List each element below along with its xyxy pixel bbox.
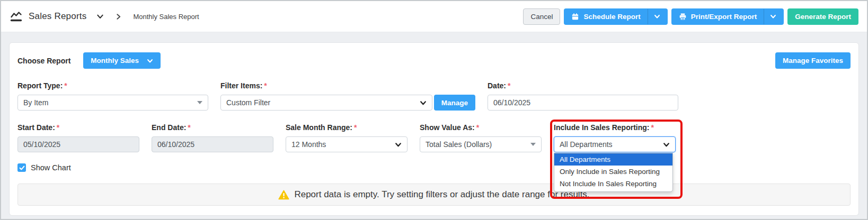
filter-items-label: Filter Items:*	[220, 81, 475, 90]
chevron-down-icon	[395, 141, 402, 148]
report-breadcrumb: Sales Reports Monthly Sales Report	[10, 11, 199, 22]
header-actions: Cancel Schedule Report	[523, 8, 858, 25]
report-type-label: Report Type:*	[17, 81, 208, 90]
show-value-as-field: Show Value As:* Total Sales (Dollars)	[420, 123, 542, 152]
sale-month-range-label: Sale Month Range:*	[286, 123, 408, 132]
chart-line-icon	[10, 11, 23, 22]
end-date-field: End Date:* 06/10/2025	[152, 123, 273, 152]
print-export-dropdown-toggle[interactable]	[764, 9, 776, 24]
show-chart-row: Show Chart	[17, 163, 851, 172]
warning-icon	[278, 190, 289, 200]
sale-month-range-select[interactable]: 12 Months	[286, 136, 408, 152]
triangle-down-icon	[197, 101, 202, 104]
show-value-as-select[interactable]: Total Sales (Dollars)	[420, 136, 542, 152]
report-type-field: Report Type:* By Item	[17, 81, 208, 111]
fields-row-2: Start Date:* 05/10/2025 End Date:* 06/10…	[17, 123, 851, 152]
calendar-icon	[571, 13, 579, 21]
page: Sales Reports Monthly Sales Report Cance…	[0, 0, 868, 220]
show-value-as-value: Total Sales (Dollars)	[426, 140, 530, 149]
check-icon	[19, 165, 25, 171]
report-type-select[interactable]: By Item	[17, 95, 208, 111]
empty-report-alert: Report data is empty. Try setting filter…	[17, 184, 851, 206]
report-picker-value: Monthly Sales	[91, 57, 139, 65]
content-area: Choose Report Monthly Sales Manage Favor…	[1, 32, 867, 219]
option-all-departments[interactable]: All Departments	[554, 153, 672, 166]
choose-report-row: Choose Report Monthly Sales Manage Favor…	[17, 52, 851, 69]
sale-month-range-value: 12 Months	[291, 140, 395, 149]
date-field: Date:* 06/10/2025	[488, 81, 678, 111]
chevron-down-icon	[420, 99, 427, 106]
filter-items-select[interactable]: Custom Filter	[220, 95, 432, 111]
fields-row-1: Report Type:* By Item Filter Items:* Cus…	[17, 81, 851, 111]
start-date-field: Start Date:* 05/10/2025	[17, 123, 139, 152]
include-in-sales-reporting-select[interactable]: All Departments	[554, 136, 676, 152]
start-date-input: 05/10/2025	[17, 136, 139, 152]
report-type-value: By Item	[23, 98, 197, 107]
filter-items-field: Filter Items:* Custom Filter Manage	[220, 81, 475, 111]
printer-icon	[679, 13, 687, 21]
manage-filter-button[interactable]: Manage	[434, 95, 475, 111]
include-in-sales-reporting-field: Include In Sales Reporting:* All Departm…	[554, 123, 676, 152]
date-label: Date:*	[488, 81, 678, 90]
report-panel: Choose Report Monthly Sales Manage Favor…	[9, 42, 859, 216]
end-date-value: 06/10/2025	[157, 140, 268, 149]
include-in-sales-reporting-label: Include In Sales Reporting:*	[554, 123, 676, 132]
header-bar: Sales Reports Monthly Sales Report Cance…	[1, 1, 867, 32]
breadcrumb-current: Monthly Sales Report	[133, 13, 199, 21]
filter-items-value: Custom Filter	[226, 98, 420, 107]
print-export-report-button[interactable]: Print/Export Report	[671, 8, 784, 25]
sale-month-range-field: Sale Month Range:* 12 Months	[286, 123, 408, 152]
reports-menu-toggle[interactable]	[96, 13, 104, 20]
option-not-include-in-sales-reporting[interactable]: Not Include In Sales Reporting	[554, 178, 672, 190]
show-chart-label: Show Chart	[31, 163, 71, 172]
show-chart-checkbox[interactable]	[17, 163, 26, 172]
end-date-input: 06/10/2025	[152, 136, 273, 152]
cancel-button[interactable]: Cancel	[523, 8, 560, 25]
end-date-label: End Date:*	[152, 123, 273, 132]
chevron-right-icon	[115, 13, 122, 20]
date-value: 06/10/2025	[493, 98, 672, 107]
report-picker-dropdown[interactable]: Monthly Sales	[83, 52, 161, 69]
chevron-down-icon	[147, 58, 153, 64]
schedule-report-label: Schedule Report	[583, 13, 640, 21]
chevron-down-icon	[663, 141, 670, 148]
option-only-include-in-sales-reporting[interactable]: Only Include in Sales Reporting	[554, 166, 672, 178]
start-date-value: 05/10/2025	[23, 140, 134, 149]
generate-report-button[interactable]: Generate Report	[787, 8, 858, 25]
schedule-report-button[interactable]: Schedule Report	[564, 8, 667, 25]
date-input[interactable]: 06/10/2025	[488, 95, 678, 111]
page-title: Sales Reports	[29, 11, 86, 22]
include-in-sales-reporting-listbox: All Departments Only Include in Sales Re…	[554, 153, 673, 192]
choose-report-label: Choose Report	[17, 57, 70, 65]
start-date-label: Start Date:*	[17, 123, 139, 132]
filter-items-group: Custom Filter Manage	[220, 95, 475, 111]
triangle-down-icon	[530, 143, 536, 146]
manage-favorites-button[interactable]: Manage Favorites	[775, 52, 851, 69]
show-value-as-label: Show Value As:*	[420, 123, 542, 132]
print-export-label: Print/Export Report	[691, 13, 757, 21]
schedule-dropdown-toggle[interactable]	[648, 9, 660, 24]
alert-message: Report data is empty. Try setting filter…	[294, 189, 589, 200]
include-in-sales-reporting-value: All Departments	[560, 140, 663, 149]
